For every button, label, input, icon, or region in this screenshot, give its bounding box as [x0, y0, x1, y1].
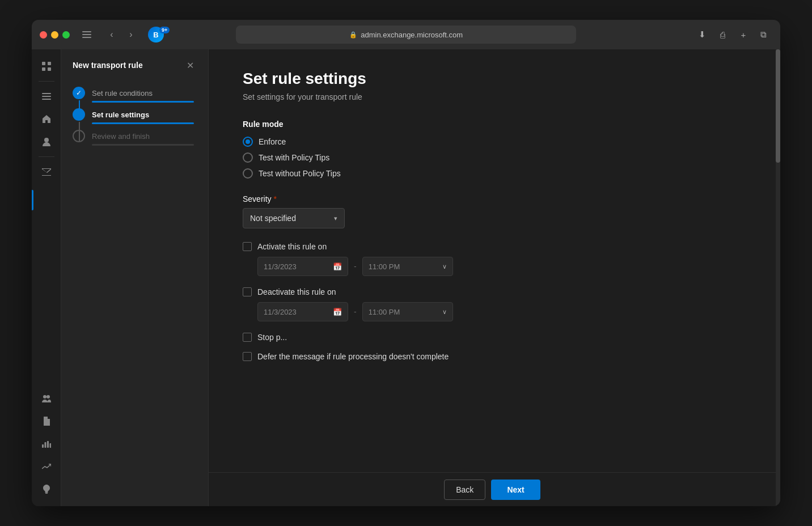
new-tab-button[interactable]: + — [735, 26, 752, 43]
grid-icon[interactable] — [36, 56, 57, 77]
deactivate-calendar-icon[interactable]: 📅 — [333, 308, 342, 316]
content-scroll[interactable]: Set rule settings Set settings for your … — [209, 49, 780, 506]
step-label-3: Review and finish — [92, 130, 197, 151]
deactivate-label: Deactivate this rule on — [257, 287, 336, 296]
step-icon-pending — [73, 130, 85, 142]
stop-checkbox[interactable] — [243, 333, 252, 342]
url-text: admin.exchange.microsoft.com — [361, 31, 463, 39]
maximize-traffic-light[interactable] — [62, 31, 70, 39]
trend-icon[interactable] — [36, 456, 57, 477]
browser-toolbar-right: ⬇ ⎙ + ⧉ — [694, 26, 772, 43]
notification-badge: 9+ — [159, 27, 170, 33]
step-label-1: Set rule conditions — [92, 87, 197, 108]
share-button[interactable]: ⎙ — [714, 26, 731, 43]
address-bar[interactable]: 🔒 admin.exchange.microsoft.com — [236, 26, 576, 44]
user-icon[interactable] — [36, 132, 57, 152]
scrollbar-thumb[interactable] — [776, 49, 780, 163]
activate-checkbox[interactable] — [243, 242, 252, 251]
activate-date-input[interactable]: 11/3/2023 📅 — [257, 257, 348, 276]
defer-checkbox[interactable] — [243, 352, 252, 361]
download-button[interactable]: ⬇ — [694, 26, 711, 43]
step-label-2: Set rule settings — [92, 108, 197, 129]
radio-enforce-label: Enforce — [259, 137, 286, 146]
svg-rect-0 — [82, 31, 91, 32]
doc-icon[interactable] — [36, 411, 57, 431]
sidebar-toggle-button[interactable] — [79, 27, 95, 43]
radio-test-with-tips[interactable]: Test with Policy Tips — [243, 152, 746, 163]
back-button[interactable]: ‹ — [104, 27, 120, 43]
svg-point-10 — [44, 138, 49, 142]
svg-rect-2 — [82, 37, 91, 38]
lock-icon: 🔒 — [349, 31, 357, 39]
radio-test-without-tips[interactable]: Test without Policy Tips — [243, 168, 746, 179]
stop-section: Stop p... — [243, 333, 746, 342]
svg-rect-1 — [82, 34, 91, 35]
home-icon[interactable] — [36, 109, 57, 129]
back-button[interactable]: Back — [444, 480, 485, 500]
severity-label: Severity * — [243, 194, 746, 203]
severity-dropdown[interactable]: Not specified ▾ — [243, 208, 345, 228]
menu-icon[interactable] — [36, 86, 57, 107]
browser-titlebar: ‹ › B 9+ 🔒 admin.exchange.microsoft.com … — [32, 20, 780, 49]
deactivate-checkbox[interactable] — [243, 287, 252, 296]
deactivate-time-dropdown[interactable]: 11:00 PM ∨ — [362, 302, 453, 321]
radio-group: Enforce Test with Policy Tips Test witho… — [243, 137, 746, 179]
severity-section: Severity * Not specified ▾ — [243, 194, 746, 228]
page-heading: Set rule settings — [243, 70, 746, 88]
traffic-lights — [40, 31, 70, 39]
chart-icon[interactable] — [36, 434, 57, 454]
radio-enforce[interactable]: Enforce — [243, 137, 746, 147]
time-chevron-icon: ∨ — [442, 263, 447, 270]
people-icon[interactable] — [36, 388, 57, 409]
bulb-icon[interactable] — [36, 479, 57, 499]
close-button[interactable]: ✕ — [183, 58, 197, 72]
activate-date-time-row: 11/3/2023 📅 - 11:00 PM ∨ — [257, 257, 746, 276]
deactivate-time-chevron-icon: ∨ — [442, 308, 447, 316]
rule-mode-label: Rule mode — [243, 120, 746, 129]
activate-section: Activate this rule on 11/3/2023 📅 - 11:0… — [243, 242, 746, 276]
sidebar: New transport rule ✕ ✓ Set rule conditio… — [61, 49, 209, 506]
svg-rect-19 — [45, 492, 48, 493]
minimize-traffic-light[interactable] — [51, 31, 58, 39]
next-button[interactable]: Next — [491, 480, 540, 500]
svg-point-11 — [43, 395, 46, 398]
close-traffic-light[interactable] — [40, 31, 47, 39]
radio-enforce-inner — [246, 139, 250, 144]
radio-enforce-outer[interactable] — [243, 137, 253, 147]
radio-test-without-tips-outer[interactable] — [243, 168, 253, 179]
defer-checkbox-item[interactable]: Defer the message if rule processing doe… — [243, 352, 746, 361]
activate-time-dropdown[interactable]: 11:00 PM ∨ — [362, 257, 453, 276]
deactivate-date-input[interactable]: 11/3/2023 📅 — [257, 302, 348, 321]
stepper: ✓ Set rule conditions Set rule — [61, 79, 208, 152]
calendar-icon[interactable]: 📅 — [333, 262, 342, 271]
defer-section: Defer the message if rule processing doe… — [243, 352, 746, 361]
scrollbar-track[interactable] — [776, 49, 780, 506]
required-star: * — [274, 194, 277, 203]
svg-rect-4 — [48, 62, 51, 65]
forward-button[interactable]: › — [123, 27, 139, 43]
step-icon-active — [73, 108, 85, 121]
step-item-2: Set rule settings — [73, 107, 197, 124]
deactivate-checkbox-item[interactable]: Deactivate this rule on — [243, 287, 746, 296]
svg-rect-16 — [44, 442, 46, 448]
svg-rect-9 — [42, 99, 51, 100]
activate-checkbox-item[interactable]: Activate this rule on — [243, 242, 746, 251]
radio-test-without-tips-label: Test without Policy Tips — [259, 169, 341, 178]
radio-test-with-tips-label: Test with Policy Tips — [259, 153, 329, 162]
svg-rect-5 — [42, 67, 45, 71]
svg-rect-13 — [44, 421, 48, 422]
svg-rect-15 — [42, 444, 44, 448]
svg-rect-6 — [48, 67, 51, 71]
deactivate-date-time-row: 11/3/2023 📅 - 11:00 PM ∨ — [257, 302, 746, 321]
extensions-button[interactable]: ⧉ — [755, 26, 772, 43]
icon-rail — [32, 49, 61, 506]
step-item-1: ✓ Set rule conditions — [73, 86, 197, 103]
severity-label-text: Severity — [243, 194, 272, 203]
mail-icon[interactable] — [36, 162, 57, 182]
stop-checkbox-item[interactable]: Stop p... — [243, 333, 746, 342]
date-separator: - — [354, 262, 357, 271]
severity-value: Not specified — [250, 214, 296, 223]
rail-divider-1 — [39, 81, 54, 82]
step-bar-3 — [92, 144, 194, 146]
radio-test-with-tips-outer[interactable] — [243, 152, 253, 163]
